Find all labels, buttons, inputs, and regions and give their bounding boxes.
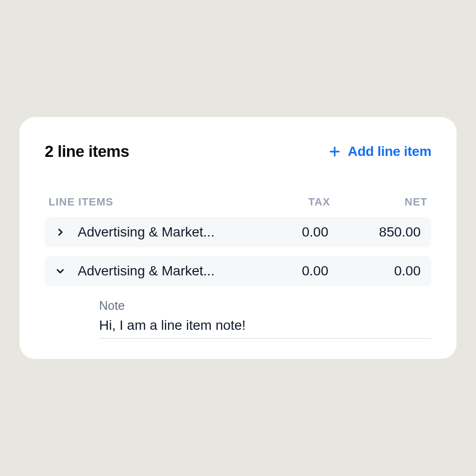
add-line-item-label: Add line item [348, 144, 431, 159]
table-header: LINE ITEMS TAX NET [45, 196, 431, 217]
plus-icon [328, 145, 341, 158]
add-line-item-button[interactable]: Add line item [328, 144, 431, 159]
card-header: 2 line items Add line item [45, 142, 431, 161]
line-item-tax: 0.00 [270, 224, 328, 240]
column-header-items: LINE ITEMS [49, 196, 262, 208]
line-item-name: Advertising & Market... [78, 224, 270, 240]
column-header-net: NET [330, 196, 427, 208]
note-label: Note [99, 299, 431, 313]
line-item-name: Advertising & Market... [78, 263, 270, 279]
chevron-right-icon[interactable] [55, 227, 78, 237]
card-title: 2 line items [45, 142, 129, 161]
line-item-net: 0.00 [328, 263, 421, 279]
line-item-net: 850.00 [328, 224, 421, 240]
line-item-tax: 0.00 [270, 263, 328, 279]
chevron-down-icon[interactable] [55, 266, 78, 276]
line-items-card: 2 line items Add line item LINE ITEMS TA… [19, 117, 457, 359]
column-header-tax: TAX [262, 196, 330, 208]
line-item-note: Note Hi, I am a line item note! [45, 295, 431, 339]
note-input[interactable]: Hi, I am a line item note! [99, 318, 431, 339]
line-item-row[interactable]: Advertising & Market... 0.00 0.00 [45, 256, 431, 286]
line-item-row[interactable]: Advertising & Market... 0.00 850.00 [45, 217, 431, 247]
